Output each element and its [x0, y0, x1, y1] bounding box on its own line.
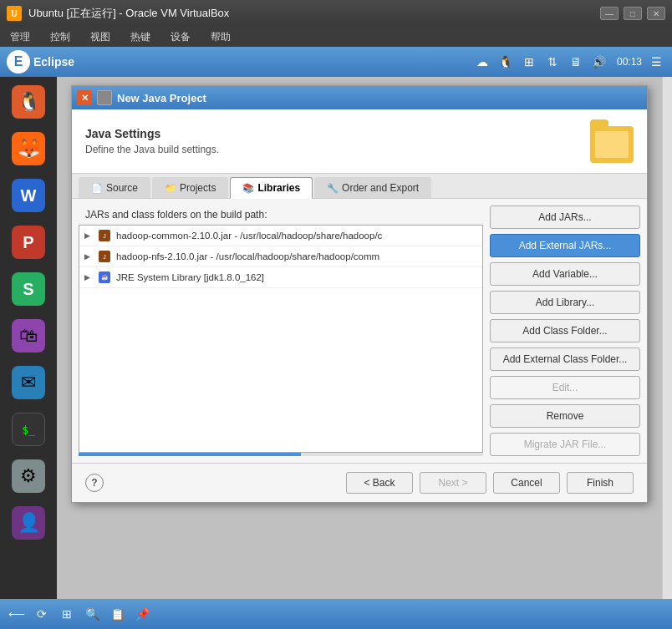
add-class-folder-button[interactable]: Add Class Folder...: [490, 319, 640, 342]
projects-tab-icon: 📁: [165, 183, 176, 194]
tab-projects[interactable]: 📁 Projects: [152, 177, 228, 198]
taskbar-icon-speaker[interactable]: 🔊: [590, 53, 608, 71]
dialog-close-btn[interactable]: ✕: [77, 90, 92, 105]
menu-device[interactable]: 设备: [167, 28, 194, 46]
menu-help[interactable]: 帮助: [207, 28, 234, 46]
expander-icon-1: ▶: [84, 231, 93, 240]
sidebar-item-shopping[interactable]: 🛍: [7, 314, 50, 358]
sidebar-item-presentation[interactable]: P: [7, 221, 50, 264]
sidebar-item-ubuntu[interactable]: 🐧: [7, 80, 50, 124]
eclipse-logo: E: [7, 50, 30, 74]
list-item-text-1: hadoop-common-2.10.0.jar - /usr/local/ha…: [116, 231, 382, 241]
edit-button[interactable]: Edit...: [490, 376, 640, 399]
menu-control[interactable]: 控制: [47, 28, 74, 46]
list-item-text-3: JRE System Library [jdk1.8.0_162]: [116, 272, 264, 282]
sidebar-item-wps[interactable]: W: [7, 174, 50, 217]
dialog-body: JARs and class folders on the build path…: [72, 199, 647, 463]
cancel-button[interactable]: Cancel: [493, 472, 560, 494]
tab-source[interactable]: 📄 Source: [79, 177, 150, 198]
os-bottom-taskbar: ⟵ ⟳ ⊞ 🔍 📋 📌: [0, 599, 672, 629]
sidebar-item-terminal[interactable]: $_: [7, 408, 50, 451]
list-wrapper: JARs and class folders on the build path…: [79, 205, 483, 456]
dialog-header-subtitle: Define the Java build settings.: [85, 144, 580, 155]
order-export-tab-icon: 🔧: [327, 183, 339, 194]
add-library-button[interactable]: Add Library...: [490, 291, 640, 314]
dialog-title: New Java Project: [117, 92, 206, 104]
help-button[interactable]: ?: [85, 474, 104, 492]
list-item[interactable]: ▶ ☕ JRE System Library [jdk1.8.0_162]: [79, 267, 482, 288]
jre-icon: ☕: [98, 271, 111, 284]
dialog-header-title: Java Settings: [85, 127, 580, 140]
menu-view[interactable]: 视图: [87, 28, 114, 46]
taskbar-time: 00:13: [617, 56, 642, 68]
next-button[interactable]: Next >: [420, 472, 486, 494]
menu-hotkey[interactable]: 热键: [127, 28, 154, 46]
menu-manage[interactable]: 管理: [7, 28, 33, 46]
add-external-jars-button[interactable]: Add External JARs...: [490, 234, 640, 257]
os-icon: U: [7, 6, 22, 21]
dialog-footer: ? < Back Next > Cancel Finish: [72, 463, 647, 502]
presentation-icon: P: [12, 226, 45, 259]
sidebar-item-user[interactable]: 👤: [7, 501, 50, 545]
os-window-controls: — □ ✕: [600, 7, 665, 20]
list-header: JARs and class folders on the build path…: [79, 205, 483, 225]
bottom-icon-6[interactable]: 📌: [132, 604, 152, 624]
sidebar-item-firefox[interactable]: 🦊: [7, 127, 50, 170]
taskbar-icon-monitor[interactable]: 🖥: [567, 53, 585, 71]
tab-libraries[interactable]: 📚 Libraries: [230, 177, 313, 199]
bottom-icon-2[interactable]: ⟳: [32, 604, 52, 624]
libraries-tab-icon: 📚: [242, 183, 254, 194]
spreadsheet-icon: S: [12, 272, 45, 306]
os-close-btn[interactable]: ✕: [647, 7, 665, 20]
eclipse-title: Eclipse: [33, 55, 470, 68]
add-external-class-folder-button[interactable]: Add External Class Folder...: [490, 347, 640, 371]
sidebar-item-spreadsheet[interactable]: S: [7, 267, 50, 311]
list-progress-bar: [79, 453, 301, 456]
taskbar-icon-cloud[interactable]: ☁: [473, 53, 491, 71]
jar-icon-2: J: [98, 250, 111, 263]
tab-order-export-label: Order and Export: [342, 182, 419, 194]
bottom-icon-1[interactable]: ⟵: [7, 604, 27, 624]
bottom-icon-4[interactable]: 🔍: [82, 604, 102, 624]
eclipse-right-edge: [662, 77, 672, 599]
list-item[interactable]: ▶ J hadoop-nfs-2.10.0.jar - /usr/local/h…: [79, 246, 482, 267]
sidebar-item-settings[interactable]: ⚙: [7, 454, 50, 498]
dialog-header-text: Java Settings Define the Java build sett…: [85, 127, 580, 155]
expander-icon-3: ▶: [84, 273, 93, 282]
finish-button[interactable]: Finish: [567, 472, 634, 494]
wps-icon: W: [12, 179, 45, 212]
list-item[interactable]: ▶ J hadoop-common-2.10.0.jar - /usr/loca…: [79, 226, 482, 246]
remove-button[interactable]: Remove: [490, 404, 640, 428]
dialog-min-btn[interactable]: [97, 90, 112, 105]
add-variable-button[interactable]: Add Variable...: [490, 262, 640, 286]
jar-icon-1: J: [98, 229, 111, 242]
dialog-header-folder-icon: [590, 119, 634, 163]
dialog-titlebar: ✕ New Java Project: [72, 86, 647, 109]
eclipse-content: ✕ New Java Project Java Settings Define …: [57, 77, 662, 599]
list-item-text-2: hadoop-nfs-2.10.0.jar - /usr/local/hadoo…: [116, 251, 379, 261]
taskbar-icon-linux[interactable]: 🐧: [496, 53, 515, 71]
taskbar-icon-grid[interactable]: ⊞: [520, 53, 538, 71]
sidebar-item-mail[interactable]: ✉: [7, 361, 50, 404]
tab-projects-label: Projects: [180, 182, 216, 194]
expander-icon-2: ▶: [84, 252, 93, 261]
bottom-icon-5[interactable]: 📋: [107, 604, 127, 624]
ubuntu-icon: 🐧: [12, 85, 45, 119]
new-java-project-dialog: ✕ New Java Project Java Settings Define …: [71, 85, 648, 503]
terminal-icon: $_: [12, 413, 45, 446]
taskbar-icon-menu[interactable]: ☰: [647, 53, 665, 71]
os-restore-btn[interactable]: □: [624, 7, 642, 20]
tab-order-export[interactable]: 🔧 Order and Export: [314, 177, 431, 198]
list-progress: [79, 453, 483, 456]
firefox-icon: 🦊: [12, 132, 45, 165]
taskbar-icon-arrows[interactable]: ⇅: [543, 53, 562, 71]
bottom-icon-3[interactable]: ⊞: [57, 604, 77, 624]
os-titlebar: U Ubuntu [正在运行] - Oracle VM VirtualBox —…: [0, 0, 672, 27]
os-minimize-btn[interactable]: —: [600, 7, 619, 20]
build-path-list[interactable]: ▶ J hadoop-common-2.10.0.jar - /usr/loca…: [79, 225, 483, 453]
migrate-jar-button[interactable]: Migrate JAR File...: [490, 433, 640, 456]
back-button[interactable]: < Back: [346, 472, 413, 494]
add-jars-button[interactable]: Add JARs...: [490, 205, 640, 229]
dialog-tabs: 📄 Source 📁 Projects 📚 Libraries 🔧: [72, 174, 647, 199]
taskbar-icons: ☁ 🐧 ⊞ ⇅ 🖥 🔊 00:13 ☰: [473, 53, 665, 71]
